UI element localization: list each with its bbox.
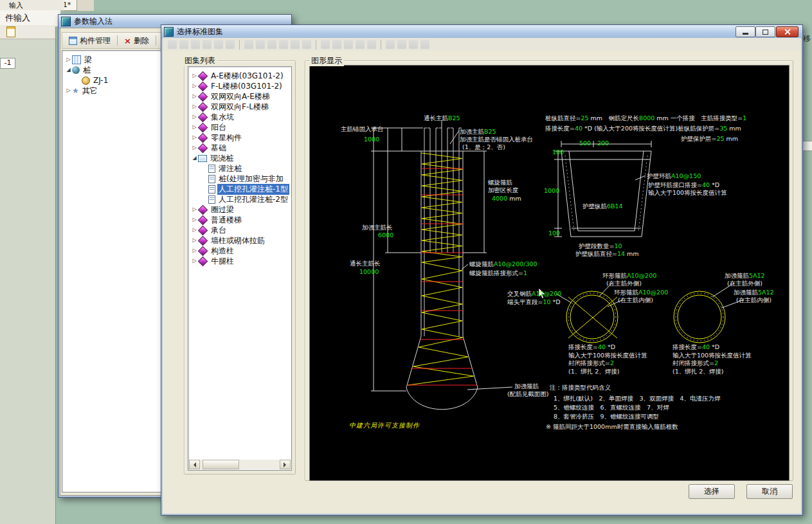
component-manage-button[interactable]: 构件管理 xyxy=(65,33,114,48)
background-text-fragment: 移 xyxy=(803,33,812,43)
tree-item[interactable]: ▷基础 xyxy=(188,143,291,153)
scrollbar-thumb[interactable] xyxy=(203,460,239,469)
cad-annotation: 搭接长度=40 *D (输入大于200将按长度值计算)桩纵筋保护层=35 mm xyxy=(545,125,741,132)
scrollbar-track[interactable] xyxy=(200,460,280,469)
cad-annotation: 输入大于100将按长度值计算 xyxy=(648,190,727,196)
scroll-right-button[interactable] xyxy=(280,460,291,469)
cad-annotation: 搭接长度=40 *D xyxy=(672,344,719,350)
diamond-icon xyxy=(198,102,208,112)
disabled-toolbar-icon xyxy=(244,40,253,49)
beam-icon xyxy=(72,55,81,64)
app-window-icon xyxy=(164,27,174,37)
tree-item-label: 桩 xyxy=(82,65,92,76)
diamond-icon xyxy=(198,71,208,81)
cad-annotation: 螺旋箍筋 xyxy=(488,179,512,186)
tree-item[interactable]: ▷F-L楼梯(03G101-2) xyxy=(188,81,291,91)
tree-item[interactable]: ◢现浇桩 xyxy=(188,153,291,163)
doc-icon xyxy=(208,185,215,194)
tree-item[interactable]: ▷圈过梁 xyxy=(188,204,291,215)
tree-item-label: 圈过梁 xyxy=(210,204,235,215)
atlas-dialog-content: 图集列表 ▷A-E楼梯(03G101-2)▷F-L楼梯(03G101-2)▷双网… xyxy=(163,51,801,514)
tree-item[interactable]: ▷牛腿柱 xyxy=(188,256,291,266)
cad-annotation: (1、绑扎 2、焊接) xyxy=(568,368,620,375)
minimize-button[interactable] xyxy=(735,26,755,37)
tree-item[interactable]: ▷承台 xyxy=(188,225,291,235)
tree-item[interactable]: ▷A-E楼梯(03G101-2) xyxy=(188,71,291,81)
scroll-left-button[interactable] xyxy=(189,460,200,469)
tree-item[interactable]: ▷集水坑 xyxy=(188,112,291,122)
atlas-list-groupbox: ▷A-E楼梯(03G101-2)▷F-L楼梯(03G101-2)▷双网双向A-E… xyxy=(184,60,296,474)
tree-item[interactable]: ▷双网双向A-E楼梯 xyxy=(188,91,291,102)
cad-annotation: 封闭搭接形式=2 xyxy=(672,360,718,366)
cad-annotation: 500 xyxy=(579,140,591,147)
disabled-toolbar-icon xyxy=(179,40,188,49)
tree-item-label: 阳台 xyxy=(210,122,228,133)
cad-annotation: 交叉钢筋A12@200 xyxy=(507,291,561,297)
cad-annotation: 加密区长度 xyxy=(488,187,519,194)
select-button[interactable]: 选择 xyxy=(689,484,735,499)
cad-annotation: 环形箍筋A10@200 xyxy=(614,289,668,296)
diamond-icon xyxy=(198,81,208,91)
disabled-toolbar-icon xyxy=(214,40,223,49)
atlas-dialog-title: 选择标准图集 xyxy=(177,26,223,37)
expand-arrow-icon[interactable]: ▷ xyxy=(65,55,72,65)
cad-annotation: 输入大于100将按长度值计算 xyxy=(568,352,647,359)
diamond-icon xyxy=(198,225,208,235)
cad-annotation: 10000 xyxy=(359,269,379,275)
tree-item-label: 人工挖孔灌注桩-1型 xyxy=(217,184,289,195)
tree-item[interactable]: ▷构造柱 xyxy=(188,246,291,256)
tree-item[interactable]: ▷普通楼梯 xyxy=(188,215,291,225)
toolbar-separator xyxy=(239,40,240,50)
doc-icon xyxy=(208,165,215,173)
tree-item[interactable]: 人工挖孔灌注桩-2型 xyxy=(188,194,291,204)
atlas-dialog-titlebar[interactable]: 选择标准图集 xyxy=(161,25,802,39)
diamond-icon xyxy=(198,246,208,256)
cancel-button[interactable]: 取消 xyxy=(746,484,793,499)
maximize-button[interactable] xyxy=(755,26,775,37)
delete-button[interactable]: × 删除 xyxy=(120,33,153,48)
atlas-tree: ▷A-E楼梯(03G101-2)▷F-L楼梯(03G101-2)▷双网双向A-E… xyxy=(188,66,292,471)
select-standard-atlas-dialog: 选择标准图集 图集列表 ▷A-E楼梯(03G101-2)▷F-L楼梯(03G10… xyxy=(161,24,803,516)
diamond-icon xyxy=(198,204,208,215)
diamond-icon xyxy=(198,122,208,132)
cad-annotation: 8、套管冷挤压 9、锥螺纹连接可调型 xyxy=(554,413,659,420)
cad-annotation: 1000 xyxy=(544,188,559,194)
clipboard-icon[interactable] xyxy=(6,26,15,37)
arrow-right-icon xyxy=(284,462,289,467)
tree-item[interactable]: 桩(处理加密与非加 xyxy=(188,174,291,184)
diamond-icon xyxy=(198,256,208,266)
disabled-toolbar-icon xyxy=(420,40,429,49)
cad-annotation: (在主筋外侧) xyxy=(606,280,642,287)
cad-annotation: 护壁纵筋直径=14 mm xyxy=(575,251,639,257)
toolbar-separator xyxy=(316,40,316,50)
tree-item[interactable]: ▷双网双向F-L楼梯 xyxy=(188,102,291,112)
tree-item-label: 基础 xyxy=(210,143,228,154)
tree-item-label: 牛腿柱 xyxy=(210,256,235,267)
close-button[interactable] xyxy=(776,26,798,37)
tree-item[interactable]: 灌注桩 xyxy=(188,163,291,174)
tree-item[interactable]: ▷阳台 xyxy=(188,122,291,132)
graphic-display-group-label: 图形显示 xyxy=(309,55,344,66)
tree-item-label: 零星构件 xyxy=(210,132,243,143)
cad-annotation: 搭接长度=40 *D xyxy=(568,344,615,350)
gear-icon xyxy=(82,77,90,85)
star-icon: ★ xyxy=(72,87,79,95)
cad-annotation: 加强主筋长 xyxy=(362,224,393,231)
disabled-toolbar-icon xyxy=(344,40,353,49)
tree-item-label: F-L楼梯(03G101-2) xyxy=(210,81,284,92)
horizontal-scrollbar[interactable] xyxy=(189,460,291,469)
cad-annotation: (在主筋外侧) xyxy=(727,280,762,287)
tree-item[interactable]: ▷墙柱或砌体拉筋 xyxy=(188,235,291,246)
disabled-toolbar-icon xyxy=(256,40,265,49)
collapse-arrow-icon[interactable]: ◢ xyxy=(191,153,198,163)
tree-item[interactable]: ▷零星构件 xyxy=(188,132,291,143)
collapse-arrow-icon[interactable]: ◢ xyxy=(65,65,72,75)
tree-item[interactable]: 人工挖孔灌注桩-1型 xyxy=(188,184,291,194)
disabled-toolbar-icon xyxy=(191,40,200,49)
cad-annotation: 1000 xyxy=(364,136,379,143)
app-window-icon xyxy=(61,17,71,26)
disabled-toolbar-icon xyxy=(409,40,418,49)
cad-annotation: 护壁段数量=10 xyxy=(579,243,622,249)
doc-icon xyxy=(208,175,215,183)
expand-arrow-icon[interactable]: ▷ xyxy=(65,86,72,96)
